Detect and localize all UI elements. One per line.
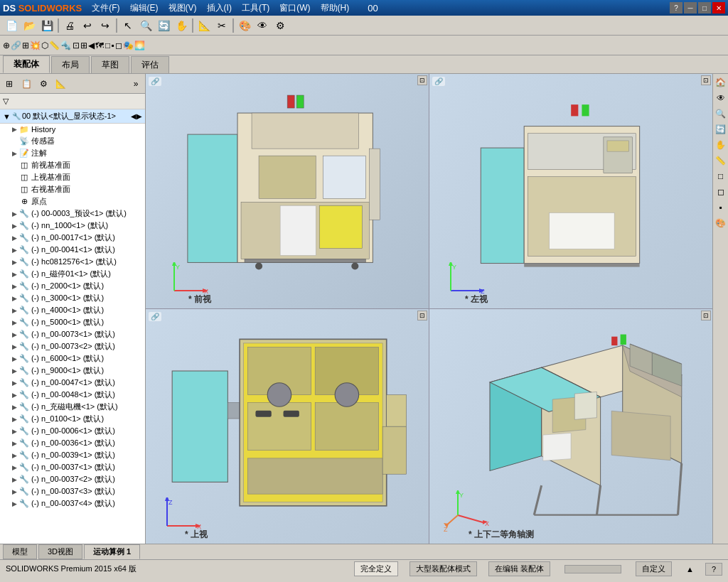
menu-tools[interactable]: 工具(T) (237, 1, 274, 15)
tree-expand-icon[interactable]: ▶ (10, 210, 18, 218)
tree-expand-icon[interactable] (10, 161, 18, 170)
left-view-maximize[interactable]: ⊡ (701, 75, 711, 85)
tree-expand-icon[interactable]: ▶ (10, 475, 18, 484)
tree-expand-icon[interactable]: ▶ (10, 355, 18, 363)
tab-sketch[interactable]: 草图 (91, 56, 129, 73)
right-rotate-button[interactable]: 🔄 (714, 122, 728, 136)
tree-item-23[interactable]: ▶ 🔧 (-) n_00-0048<1> (默认) (0, 389, 145, 401)
tree-root[interactable]: ▼ 🔧 00 默认<默认_显示状态-1> ◀▶ (0, 109, 145, 124)
window-controls[interactable]: ? ─ □ ✕ (670, 2, 725, 14)
tree-expand-icon[interactable]: ▶ (10, 343, 18, 351)
zoom-to-fit-button[interactable]: ⊡ (73, 41, 80, 50)
explode-button[interactable]: 💥 (30, 41, 41, 50)
mate-button[interactable]: 🔗 (11, 41, 21, 50)
top-view-maximize[interactable]: ⊡ (417, 311, 427, 320)
tree-item-3[interactable]: ▶ 📝 注解 (0, 147, 145, 159)
bottom-tab-model[interactable]: 模型 (3, 544, 37, 559)
tree-item-10[interactable]: ▶ 🔧 (-) n_00-0017<1> (默认) (0, 232, 145, 244)
tree-item-17[interactable]: ▶ 🔧 (-) n_5000<1> (默认) (0, 316, 145, 328)
tree-expand-icon[interactable]: ▶ (10, 379, 18, 387)
tree-item-11[interactable]: ▶ 🔧 (-) n_00-0041<1> (默认) (0, 244, 145, 256)
linear-pattern-button[interactable]: ⊞ (22, 41, 29, 50)
right-home-button[interactable]: 🏠 (714, 75, 728, 90)
tree-expand-icon[interactable]: ▶ (10, 149, 18, 158)
tree-item-31[interactable]: ▶ 🔧 (-) n_00-0037<3> (默认) (0, 485, 145, 497)
section-button[interactable]: ✂ (213, 17, 230, 34)
menu-view[interactable]: 视图(V) (164, 1, 201, 15)
tree-expand-icon[interactable]: ▶ (10, 415, 18, 424)
wireframe-button[interactable]: ◻ (115, 41, 122, 50)
help-button[interactable]: ? (670, 2, 682, 14)
right-color-button[interactable]: 🎨 (714, 216, 728, 230)
tree-expand-icon[interactable]: ▶ (10, 294, 18, 303)
tree-expand-icon[interactable] (10, 137, 18, 146)
menu-insert[interactable]: 插入(I) (203, 1, 236, 15)
assembly-features-button[interactable]: ⬡ (41, 41, 48, 50)
shaded-button[interactable]: ▪ (111, 41, 114, 50)
display-button[interactable]: 👁 (254, 17, 271, 34)
front-view-panel[interactable]: ⊡ 🔗 (146, 74, 429, 308)
zoom-to-selection-button[interactable]: ⊞ (80, 41, 87, 50)
tree-item-18[interactable]: ▶ 🔧 (-) n_00-0073<1> (默认) (0, 328, 145, 340)
tree-item-30[interactable]: ▶ 🔧 (-) n_00-0037<2> (默认) (0, 473, 145, 485)
tree-item-2[interactable]: 📡 传感器 (0, 135, 145, 147)
status-custom[interactable]: 自定义 (636, 561, 672, 576)
tree-item-13[interactable]: ▶ 🔧 (-) n_磁停01<1> (默认) (0, 268, 145, 280)
tree-expand-icon[interactable]: ▶ (10, 125, 18, 134)
tree-item-1[interactable]: ▶ 📁 History (0, 124, 145, 135)
dimetric-manager-button[interactable]: 📐 (53, 76, 68, 92)
undo-button[interactable]: ↩ (79, 17, 96, 34)
tree-expand-icon[interactable]: ▶ (10, 500, 18, 508)
tree-item-9[interactable]: ▶ 🔧 (-) nn_1000<1> (默认) (0, 220, 145, 232)
right-display-button[interactable]: □ (714, 169, 728, 183)
tree-expand-icon[interactable] (10, 198, 18, 206)
tree-expand-icon[interactable]: ▶ (10, 246, 18, 254)
tree-item-25[interactable]: ▶ 🔧 (-) n_0100<1> (默认) (0, 413, 145, 425)
save-button[interactable]: 💾 (38, 17, 55, 34)
hidden-lines-button[interactable]: □ (105, 41, 110, 50)
tree-item-14[interactable]: ▶ 🔧 (-) n_2000<1> (默认) (0, 280, 145, 292)
tree-expand-icon[interactable]: ▶ (10, 258, 18, 266)
tree-expand-icon[interactable]: ▶ (10, 367, 18, 375)
print-button[interactable]: 🖨 (61, 17, 78, 34)
view-orientation-button[interactable]: 🗺 (95, 41, 104, 50)
tree-item-22[interactable]: ▶ 🔧 (-) n_00-0047<1> (默认) (0, 377, 145, 389)
iso-view-maximize[interactable]: ⊡ (701, 311, 711, 320)
menu-edit[interactable]: 编辑(E) (126, 1, 163, 15)
feature-tree[interactable]: ▶ 📁 History 📡 传感器 ▶ 📝 注解 ◫ 前视基准面 ◫ 上视基准面 (0, 124, 145, 544)
tree-item-26[interactable]: ▶ 🔧 (-) n_00-0006<1> (默认) (0, 425, 145, 437)
right-hide-button[interactable]: ◻ (714, 185, 728, 199)
tab-assembly[interactable]: 装配体 (3, 55, 50, 73)
config-manager-button[interactable]: ⚙ (36, 76, 51, 92)
maximize-button[interactable]: □ (698, 2, 711, 14)
new-button[interactable]: 📄 (3, 17, 20, 34)
menu-window[interactable]: 窗口(W) (275, 1, 314, 15)
bottom-tab-motion[interactable]: 运动算例 1 (84, 544, 140, 559)
tree-expand-icon[interactable]: ▶ (10, 427, 18, 436)
tree-expand-icon[interactable]: ▶ (10, 330, 18, 339)
tree-expand-icon[interactable]: ▶ (10, 487, 18, 496)
right-shaded-button[interactable]: ▪ (714, 200, 728, 215)
right-pan-button[interactable]: ✋ (714, 138, 728, 152)
tree-item-24[interactable]: ▶ 🔧 (-) n_充磁电機<1> (默认) (0, 401, 145, 413)
tree-expand-icon[interactable]: ▶ (10, 282, 18, 291)
tree-item-15[interactable]: ▶ 🔧 (-) n_3000<1> (默认) (0, 292, 145, 304)
open-button[interactable]: 📂 (21, 17, 38, 34)
tree-expand-icon[interactable]: ▶ (10, 451, 18, 460)
status-editing[interactable]: 在编辑 装配体 (488, 561, 550, 576)
status-fully-defined[interactable]: 完全定义 (354, 561, 398, 576)
select-button[interactable]: ↖ (119, 17, 136, 34)
tree-item-8[interactable]: ▶ 🔧 (-) 00-0003_预设<1> (默认) (0, 208, 145, 220)
tree-expand-icon[interactable]: ▶ (10, 391, 18, 399)
tree-expand-icon[interactable]: ▶ (10, 318, 18, 327)
tree-expand-icon[interactable]: ▶ (10, 234, 18, 242)
tree-item-5[interactable]: ◫ 上视基准面 (0, 171, 145, 183)
status-large-assembly[interactable]: 大型装配体模式 (410, 561, 477, 576)
tab-evaluate[interactable]: 评估 (131, 56, 169, 73)
minimize-button[interactable]: ─ (684, 2, 697, 14)
insert-component-button[interactable]: ⊕ (3, 41, 10, 50)
redo-button[interactable]: ↪ (97, 17, 114, 34)
front-view-maximize[interactable]: ⊡ (417, 75, 427, 85)
tree-item-16[interactable]: ▶ 🔧 (-) n_4000<1> (默认) (0, 304, 145, 316)
tree-expand-icon[interactable]: ▶ (10, 403, 18, 411)
